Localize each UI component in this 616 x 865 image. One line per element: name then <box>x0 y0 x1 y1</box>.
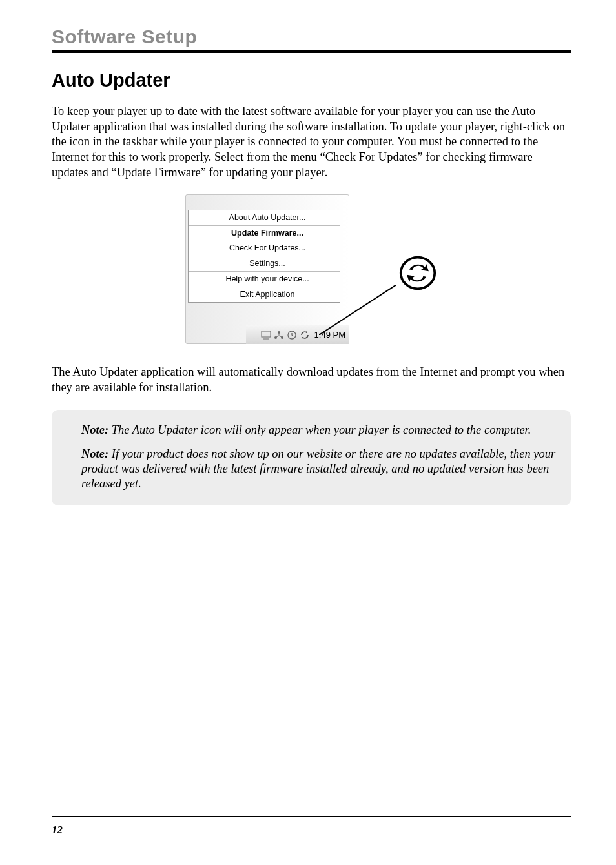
volume-icon[interactable] <box>286 329 298 341</box>
footer-divider <box>52 816 571 817</box>
page-number: 12 <box>52 824 63 836</box>
callout-line <box>319 285 396 335</box>
menu-item-about[interactable]: About Auto Updater... <box>189 210 340 225</box>
menu-item-check-updates[interactable]: Check For Updates... <box>189 241 340 256</box>
svg-point-1 <box>278 331 280 334</box>
svg-point-6 <box>401 258 435 289</box>
sync-icon[interactable] <box>299 329 311 341</box>
menu-item-exit[interactable]: Exit Application <box>189 287 340 302</box>
computer-icon[interactable] <box>260 329 272 341</box>
sync-icon-large <box>398 254 437 292</box>
svg-rect-0 <box>262 331 271 337</box>
header-divider <box>52 50 571 53</box>
intro-paragraph: To keep your player up to date with the … <box>52 104 571 180</box>
context-menu: About Auto Updater... Update Firmware...… <box>188 210 340 303</box>
network-icon[interactable] <box>273 329 285 341</box>
note-label: Note: <box>81 423 108 436</box>
note-body-text: If your product does not show up on our … <box>81 447 555 490</box>
note-box: Note: The Auto Updater icon will only ap… <box>52 410 571 506</box>
paragraph-after-figure: The Auto Updater application will automa… <box>52 365 571 395</box>
menu-item-update-firmware[interactable]: Update Firmware... <box>189 226 340 241</box>
footer: 12 <box>52 816 571 837</box>
note-label: Note: <box>81 447 108 460</box>
note-body-text: The Auto Updater icon will only appear w… <box>112 423 531 436</box>
svg-line-5 <box>319 285 396 335</box>
screenshot-figure: About Auto Updater... Update Firmware...… <box>52 194 571 347</box>
menu-item-help[interactable]: Help with your device... <box>189 272 340 287</box>
menu-item-settings[interactable]: Settings... <box>189 256 340 271</box>
page-title: Auto Updater <box>52 70 571 91</box>
note-2: Note: If your product does not show up o… <box>81 447 557 491</box>
section-header: Software Setup <box>52 26 571 48</box>
note-1: Note: The Auto Updater icon will only ap… <box>81 423 557 438</box>
